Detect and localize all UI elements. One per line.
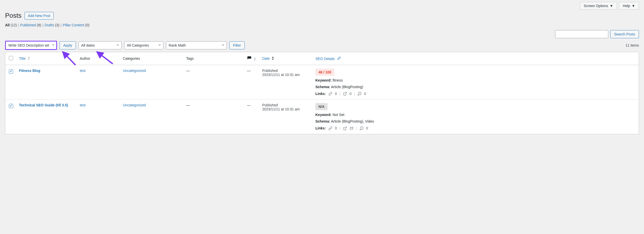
svg-marker-6 bbox=[272, 57, 274, 58]
filter-pillar-count: (0) bbox=[85, 23, 89, 27]
filter-all-count: (12) bbox=[11, 23, 17, 27]
category-filter-value: All Categories bbox=[127, 43, 149, 47]
column-title[interactable]: Title bbox=[19, 56, 26, 61]
post-title-link[interactable]: Technical SEO Guide (till 3.5) bbox=[19, 103, 68, 107]
seo-schema: Schema: Article (BlogPosting), Video bbox=[315, 119, 636, 123]
svg-line-11 bbox=[360, 128, 362, 130]
post-status-filters: All (12) | Published (8) | Drafts (3) | … bbox=[5, 23, 639, 27]
internal-links-count: 0 bbox=[335, 92, 337, 96]
post-title-link[interactable]: Fitness Blog bbox=[19, 69, 40, 73]
incoming-links-count: 0 bbox=[364, 92, 366, 96]
svg-marker-7 bbox=[272, 59, 274, 60]
tags-value: — bbox=[186, 103, 190, 107]
apply-button[interactable]: Apply bbox=[60, 41, 76, 49]
rankmath-filter-select[interactable]: Rank Math bbox=[166, 41, 227, 49]
filter-published-count: (8) bbox=[37, 23, 41, 27]
tags-value: — bbox=[186, 69, 190, 73]
sort-icon bbox=[254, 58, 256, 61]
screen-options-label: Screen Options bbox=[584, 4, 608, 8]
svg-marker-5 bbox=[254, 60, 256, 61]
author-link[interactable]: test bbox=[80, 69, 86, 73]
incoming-links-count: 0 bbox=[366, 126, 368, 130]
svg-line-9 bbox=[358, 93, 360, 95]
comments-value: — bbox=[247, 103, 251, 107]
column-tags[interactable]: Tags bbox=[186, 56, 194, 61]
row-checkbox[interactable] bbox=[9, 69, 13, 74]
sort-icon bbox=[28, 57, 30, 60]
search-posts-button[interactable]: Search Posts bbox=[610, 30, 639, 38]
seo-score-na-badge: N/A bbox=[315, 103, 328, 110]
column-author[interactable]: Author bbox=[80, 56, 90, 61]
row-checkbox[interactable] bbox=[9, 104, 13, 108]
date-time: 2023/11/11 at 10:31 am bbox=[262, 107, 310, 111]
seo-links: Links: 0 | 22 | 0 bbox=[315, 126, 636, 130]
help-label: Help bbox=[623, 4, 630, 8]
external-link-icon bbox=[343, 91, 347, 96]
link-icon bbox=[328, 126, 332, 130]
rankmath-filter-value: Rank Math bbox=[169, 43, 186, 47]
comments-value: — bbox=[247, 69, 251, 73]
seo-keyword: Keyword: Not Set bbox=[315, 113, 636, 117]
internal-links-count: 0 bbox=[335, 126, 337, 130]
sort-icon bbox=[272, 57, 274, 60]
date-filter-select[interactable]: All dates bbox=[79, 41, 122, 49]
incoming-link-icon bbox=[357, 91, 362, 96]
date-status: Published bbox=[262, 69, 310, 73]
chevron-down-icon: ▼ bbox=[632, 4, 635, 8]
table-row: Fitness Blog test Uncategorized — — Publ… bbox=[5, 65, 639, 100]
help-button[interactable]: Help ▼ bbox=[619, 2, 639, 10]
filter-button[interactable]: Filter bbox=[229, 41, 245, 49]
seo-links: Links: 0 | 0 | 0 bbox=[315, 91, 636, 96]
items-count: 11 items bbox=[626, 43, 639, 47]
chevron-down-icon: ▼ bbox=[610, 4, 613, 8]
screen-options-button[interactable]: Screen Options ▼ bbox=[580, 2, 617, 10]
table-row: Technical SEO Guide (till 3.5) test Unca… bbox=[5, 100, 639, 134]
external-links-count: 22 bbox=[350, 126, 354, 130]
column-seo-details[interactable]: SEO Details bbox=[315, 57, 335, 61]
add-new-post-button[interactable]: Add New Post bbox=[25, 12, 54, 19]
filter-drafts[interactable]: Drafts bbox=[45, 23, 54, 27]
svg-line-1 bbox=[97, 52, 113, 64]
date-filter-value: All dates bbox=[81, 43, 95, 47]
column-categories[interactable]: Categories bbox=[123, 56, 140, 61]
seo-schema: Schema: Article (BlogPosting) bbox=[315, 85, 636, 89]
annotation-arrow-icon bbox=[95, 50, 115, 68]
search-input[interactable] bbox=[555, 30, 608, 38]
comments-icon[interactable] bbox=[247, 57, 253, 61]
external-link-icon bbox=[343, 126, 347, 130]
bulk-action-select[interactable]: Write SEO Description wit bbox=[5, 41, 57, 50]
author-link[interactable]: test bbox=[80, 103, 86, 107]
svg-line-10 bbox=[345, 127, 346, 129]
svg-line-8 bbox=[345, 92, 346, 94]
select-all-checkbox[interactable] bbox=[9, 56, 13, 60]
pencil-icon[interactable] bbox=[337, 57, 341, 61]
date-time: 2023/11/11 at 10:31 am bbox=[262, 73, 310, 77]
svg-marker-2 bbox=[28, 57, 30, 58]
incoming-link-icon bbox=[359, 126, 364, 130]
date-status: Published bbox=[262, 103, 310, 107]
seo-score-badge: 48 / 100 bbox=[315, 69, 334, 76]
page-title: Posts bbox=[5, 12, 22, 19]
annotation-arrow-icon bbox=[60, 50, 78, 68]
link-icon bbox=[328, 91, 332, 96]
external-links-count: 0 bbox=[350, 92, 352, 96]
column-date[interactable]: Date bbox=[262, 56, 270, 61]
seo-keyword: Keyword: fitness bbox=[315, 78, 636, 82]
filter-drafts-count: (3) bbox=[55, 23, 59, 27]
svg-marker-3 bbox=[28, 59, 30, 60]
category-link[interactable]: Uncategorized bbox=[123, 69, 146, 73]
svg-marker-4 bbox=[254, 57, 256, 58]
bulk-action-value: Write SEO Description wit bbox=[8, 43, 49, 47]
category-link[interactable]: Uncategorized bbox=[123, 103, 146, 107]
filter-published[interactable]: Published bbox=[20, 23, 36, 27]
category-filter-select[interactable]: All Categories bbox=[124, 41, 163, 49]
svg-line-0 bbox=[63, 52, 75, 65]
filter-pillar[interactable]: Pillar Content bbox=[63, 23, 84, 27]
filter-all[interactable]: All bbox=[5, 23, 10, 27]
